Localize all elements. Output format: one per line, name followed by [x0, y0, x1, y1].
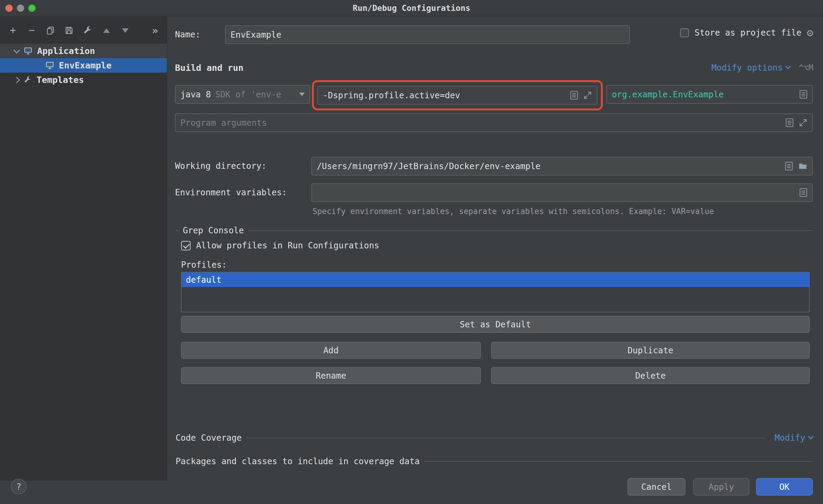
tree-item-label: EnvExample — [59, 60, 112, 70]
templates-wrench-icon — [23, 76, 32, 84]
code-coverage-modify-link[interactable]: Modify — [775, 433, 805, 443]
application-run-config-icon — [45, 61, 54, 70]
store-as-project-file-label: Store as project file — [694, 28, 801, 38]
run-debug-configurations-dialog: Run/Debug Configurations » — [0, 0, 823, 504]
tree-item-label: Application — [37, 46, 95, 56]
ok-button[interactable]: OK — [756, 478, 813, 496]
close-window-button[interactable] — [5, 5, 13, 12]
section-divider — [424, 461, 813, 462]
store-as-project-file-group: Store as project file ⚙ — [680, 28, 813, 38]
main-class-field[interactable]: org.example.EnvExample — [606, 85, 813, 104]
save-configuration-icon[interactable] — [64, 25, 74, 36]
expand-field-icon[interactable] — [799, 118, 807, 127]
grep-console-title: Grep Console — [183, 226, 244, 235]
name-field[interactable] — [225, 25, 630, 44]
modify-options-shortcut: ^⌥M — [799, 63, 813, 72]
jdk-select[interactable]: java 8 SDK of 'env-e — [175, 85, 310, 104]
program-arguments-input[interactable] — [180, 118, 780, 128]
minimize-window-button — [17, 5, 24, 12]
chevron-down-icon — [786, 64, 791, 69]
set-as-default-button[interactable]: Set as Default — [181, 316, 810, 333]
profiles-label: Profiles: — [181, 260, 227, 270]
window-title: Run/Debug Configurations — [353, 3, 470, 13]
environment-variables-hint: Specify environment variables, separate … — [313, 207, 714, 216]
jdk-detail: SDK of 'env-e — [215, 89, 281, 99]
environment-variables-input[interactable] — [317, 188, 794, 198]
tree-item-envexample[interactable]: EnvExample — [0, 58, 167, 73]
sidebar-toolbar: » — [0, 17, 167, 42]
chevron-down-icon — [808, 434, 813, 439]
modify-options-group: Modify options ^⌥M — [711, 63, 813, 73]
name-input[interactable] — [230, 30, 625, 40]
browse-folder-icon[interactable] — [798, 162, 807, 170]
vm-options-input[interactable] — [323, 90, 565, 100]
packages-section-header: Packages and classes to include in cover… — [176, 456, 813, 466]
expand-in-editor-icon[interactable] — [785, 162, 793, 171]
copy-configuration-icon[interactable] — [45, 25, 55, 36]
chevron-down-icon[interactable] — [14, 47, 20, 53]
add-configuration-icon[interactable] — [8, 25, 18, 36]
titlebar: Run/Debug Configurations — [0, 0, 823, 16]
build-and-run-title: Build and run — [175, 63, 243, 73]
profile-list-item[interactable]: default — [182, 272, 809, 287]
expand-in-editor-icon[interactable] — [786, 118, 793, 127]
section-divider — [248, 230, 813, 231]
expand-in-editor-icon[interactable] — [570, 91, 578, 100]
store-as-project-file-checkbox[interactable] — [680, 28, 689, 37]
expand-in-editor-icon[interactable] — [800, 90, 807, 99]
expand-in-editor-icon[interactable] — [800, 188, 807, 197]
gear-icon[interactable]: ⚙ — [807, 28, 813, 37]
delete-profile-button[interactable]: Delete — [491, 367, 810, 384]
allow-profiles-checkbox[interactable] — [181, 241, 191, 250]
dropdown-arrow-icon[interactable] — [299, 92, 305, 96]
more-actions-icon[interactable]: » — [150, 25, 160, 36]
apply-button[interactable]: Apply — [693, 478, 750, 496]
working-directory-input[interactable] — [317, 161, 780, 171]
help-button[interactable]: ? — [11, 479, 26, 494]
application-type-icon — [23, 46, 33, 55]
configurations-tree: Application EnvExample Templates — [0, 44, 167, 87]
remove-configuration-icon[interactable] — [26, 25, 37, 36]
program-arguments-field[interactable] — [175, 113, 813, 132]
profile-name: default — [186, 275, 221, 285]
grep-console-section-header: Grep Console — [176, 226, 813, 235]
zoom-window-button[interactable] — [28, 5, 36, 12]
move-up-icon[interactable] — [101, 25, 112, 36]
main-class-value: org.example.EnvExample — [612, 89, 794, 99]
tree-item-templates[interactable]: Templates — [0, 73, 167, 87]
vm-options-field[interactable] — [317, 86, 597, 104]
tree-item-application[interactable]: Application — [0, 44, 167, 58]
working-directory-field[interactable] — [311, 157, 813, 176]
code-coverage-section-header: Code Coverage Modify — [176, 433, 813, 443]
allow-profiles-label: Allow profiles in Run Configurations — [196, 241, 379, 250]
expand-field-icon[interactable] — [584, 91, 592, 99]
rename-profile-button[interactable]: Rename — [181, 367, 481, 384]
configurations-sidebar: » Application EnvExample Templates — [0, 17, 167, 481]
code-coverage-title: Code Coverage — [176, 433, 241, 443]
vm-options-highlight-annotation — [312, 80, 603, 110]
allow-profiles-row: Allow profiles in Run Configurations — [181, 241, 379, 250]
environment-variables-field[interactable] — [311, 183, 813, 202]
profiles-list[interactable]: default — [181, 272, 810, 312]
edit-templates-wrench-icon[interactable] — [83, 25, 93, 36]
modify-options-link[interactable]: Modify options — [711, 63, 783, 73]
move-down-icon[interactable] — [120, 25, 130, 36]
working-directory-label: Working directory: — [175, 161, 267, 171]
chevron-right-icon[interactable] — [14, 76, 20, 83]
add-profile-button[interactable]: Add — [181, 342, 481, 359]
section-divider — [246, 438, 766, 438]
packages-section-title: Packages and classes to include in cover… — [176, 456, 420, 466]
environment-variables-label: Environment variables: — [175, 188, 287, 198]
jdk-value: java 8 — [180, 89, 211, 99]
tree-item-label: Templates — [36, 75, 84, 85]
duplicate-profile-button[interactable]: Duplicate — [491, 342, 810, 359]
cancel-button[interactable]: Cancel — [628, 478, 685, 496]
name-label: Name: — [175, 30, 200, 39]
